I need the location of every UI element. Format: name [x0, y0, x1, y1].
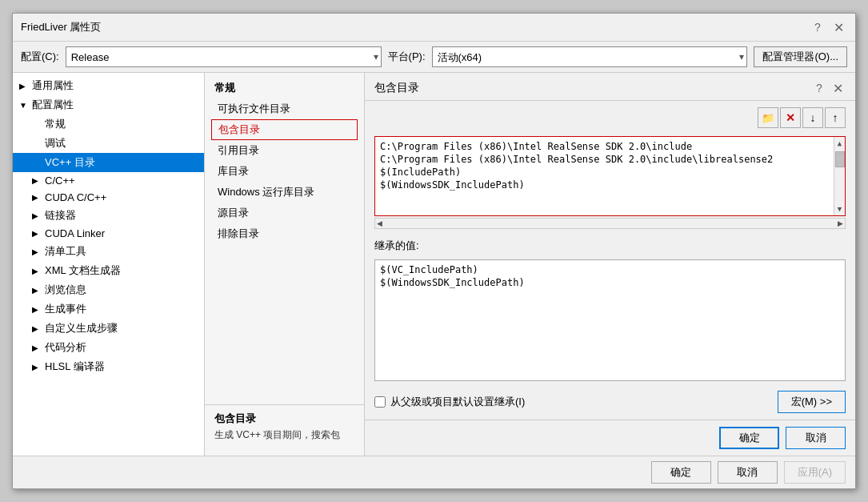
middle-item-exclude-dir[interactable]: 排除目录	[205, 223, 364, 244]
platform-dropdown-wrap: 活动(x64)	[432, 46, 748, 67]
cancel-button[interactable]: 取消	[718, 461, 778, 484]
tree-label: CUDA Linker	[45, 227, 105, 239]
right-panel: 包含目录 ? ✕ 📁 ✕ ↓	[365, 73, 855, 456]
inherit-checkbox-row: 从父级或项目默认设置继承(I) 宏(M) >>	[374, 391, 846, 413]
folder-button[interactable]: 📁	[758, 107, 778, 128]
h-scrollbar[interactable]: ◀ ▶	[374, 218, 846, 229]
left-panel: ▶通用属性▼配置属性常规调试VC++ 目录▶C/C++▶CUDA C/C++▶链…	[13, 73, 205, 456]
tree-arrow: ▶	[32, 247, 45, 256]
title-bar: FriedLiver 属性页 ? ✕	[13, 14, 855, 42]
tree-label: 清单工具	[45, 244, 86, 259]
tree-label: 常规	[45, 117, 66, 131]
apply-button[interactable]: 应用(A)	[784, 461, 846, 484]
right-panel-header: 包含目录 ? ✕	[365, 73, 855, 101]
tree-item-custom-build[interactable]: ▶自定义生成步骤	[13, 319, 204, 338]
tree-arrow: ▶	[19, 82, 32, 90]
platform-dropdown[interactable]: 活动(x64)	[432, 46, 748, 67]
tree-label: 生成事件	[45, 302, 86, 316]
middle-item-executable-dir[interactable]: 可执行文件目录	[205, 98, 364, 119]
info-title: 包含目录	[214, 412, 354, 426]
scroll-thumb[interactable]	[835, 151, 845, 167]
tree-arrow: ▶	[32, 286, 45, 295]
tree-arrow: ▶	[32, 211, 45, 220]
middle-item-winrt-dir[interactable]: Windows 运行库目录	[205, 182, 364, 203]
tree-item-general-props[interactable]: ▶通用属性	[13, 76, 204, 95]
tree-label: HLSL 编译器	[45, 359, 105, 374]
tree-item-cuda-cpp[interactable]: ▶CUDA C/C++	[13, 189, 204, 206]
h-scroll-right[interactable]: ▶	[838, 219, 843, 227]
tree-item-config-props[interactable]: ▼配置属性	[13, 95, 204, 114]
config-label: 配置(C):	[21, 50, 59, 64]
panel-cancel-button[interactable]: 取消	[786, 427, 846, 449]
panel-help-button[interactable]: ?	[810, 79, 828, 97]
inherit-checkbox-label: 从父级或项目默认设置继承(I)	[390, 395, 525, 409]
h-scroll-left[interactable]: ◀	[377, 219, 382, 227]
tree-label: XML 文档生成器	[45, 263, 121, 278]
tree-label: CUDA C/C++	[45, 191, 106, 203]
tree-item-build-events[interactable]: ▶生成事件	[13, 299, 204, 319]
tree-label: 浏览信息	[45, 283, 86, 297]
include-path-line: C:\Program Files (x86)\Intel RealSense S…	[378, 140, 830, 153]
right-content: 📁 ✕ ↓ ↑ C:\Program Files (x86)\Intel Rea…	[365, 101, 855, 420]
tree-item-linker[interactable]: ▶链接器	[13, 206, 204, 225]
close-button[interactable]: ✕	[830, 18, 847, 36]
middle-item-include-dir[interactable]: 包含目录	[211, 119, 358, 140]
middle-item-lib-dir[interactable]: 库目录	[205, 161, 364, 182]
middle-section-header: 常规	[205, 76, 364, 98]
right-panel-title: 包含目录	[374, 81, 419, 95]
config-dropdown[interactable]: Release	[66, 46, 382, 67]
config-dropdown-wrap: Release	[66, 46, 382, 67]
include-path-line: C:\Program Files (x86)\Intel RealSense S…	[378, 153, 830, 166]
tree-label: 代码分析	[45, 340, 86, 355]
tree-item-browse[interactable]: ▶浏览信息	[13, 280, 204, 299]
tree-arrow: ▶	[32, 305, 45, 314]
inherited-path-line: $(VC_IncludePath)	[378, 263, 842, 276]
middle-item-src-dir[interactable]: 源目录	[205, 203, 364, 223]
tree-item-debug[interactable]: 调试	[13, 134, 204, 153]
tree-item-cuda-linker[interactable]: ▶CUDA Linker	[13, 225, 204, 242]
tree-label: C/C++	[45, 175, 75, 187]
tree-label: 链接器	[45, 208, 76, 223]
delete-button[interactable]: ✕	[780, 107, 801, 128]
inherit-checkbox[interactable]	[374, 396, 386, 408]
tree-item-manifest[interactable]: ▶清单工具	[13, 242, 204, 261]
tree-item-general[interactable]: 常规	[13, 114, 204, 134]
middle-item-ref-dir[interactable]: 引用目录	[205, 140, 364, 161]
include-path-line: $(WindowsSDK_IncludePath)	[378, 179, 830, 191]
include-paths-box[interactable]: C:\Program Files (x86)\Intel RealSense S…	[374, 136, 846, 216]
panel-ok-button[interactable]: 确定	[719, 427, 779, 449]
inherited-label: 继承的值:	[374, 239, 846, 253]
main-content: ▶通用属性▼配置属性常规调试VC++ 目录▶C/C++▶CUDA C/C++▶链…	[13, 73, 855, 456]
tree-arrow: ▶	[32, 324, 45, 333]
up-button[interactable]: ↑	[825, 107, 846, 128]
include-scrollbar[interactable]: ▲ ▼	[834, 137, 845, 215]
tree-arrow: ▶	[32, 363, 45, 371]
tree-arrow: ▶	[32, 343, 45, 352]
right-panel-header-actions: ? ✕	[810, 79, 846, 97]
ok-button[interactable]: 确定	[651, 461, 711, 484]
macro-button[interactable]: 宏(M) >>	[778, 391, 846, 413]
tree-item-code-analysis[interactable]: ▶代码分析	[13, 338, 204, 357]
include-path-line: $(IncludePath)	[378, 166, 830, 179]
inherited-paths-box: $(VC_IncludePath)$(WindowsSDK_IncludePat…	[374, 259, 846, 381]
scroll-up-arrow[interactable]: ▲	[838, 137, 842, 150]
tree-item-xml-gen[interactable]: ▶XML 文档生成器	[13, 261, 204, 280]
tree-item-hlsl[interactable]: ▶HLSL 编译器	[13, 357, 204, 376]
inherited-path-line: $(WindowsSDK_IncludePath)	[378, 276, 842, 289]
tree-item-vc-dirs[interactable]: VC++ 目录	[13, 153, 204, 172]
tree-item-cpp[interactable]: ▶C/C++	[13, 172, 204, 189]
help-button[interactable]: ?	[809, 18, 826, 36]
tree-label: VC++ 目录	[45, 155, 95, 170]
bottom-bar: 确定 取消 应用(A)	[13, 456, 855, 488]
title-bar-buttons: ? ✕	[809, 18, 847, 36]
tree-arrow: ▶	[32, 193, 45, 202]
tree-label: 配置属性	[32, 98, 74, 112]
tree-label: 调试	[45, 136, 66, 151]
platform-label: 平台(P):	[388, 50, 426, 64]
down-button[interactable]: ↓	[802, 107, 823, 128]
delete-icon: ✕	[786, 111, 795, 124]
manage-config-button[interactable]: 配置管理器(O)...	[754, 46, 847, 67]
scroll-down-arrow[interactable]: ▼	[838, 203, 842, 215]
panel-close-button[interactable]: ✕	[830, 80, 846, 96]
tree-arrow: ▶	[32, 229, 45, 238]
